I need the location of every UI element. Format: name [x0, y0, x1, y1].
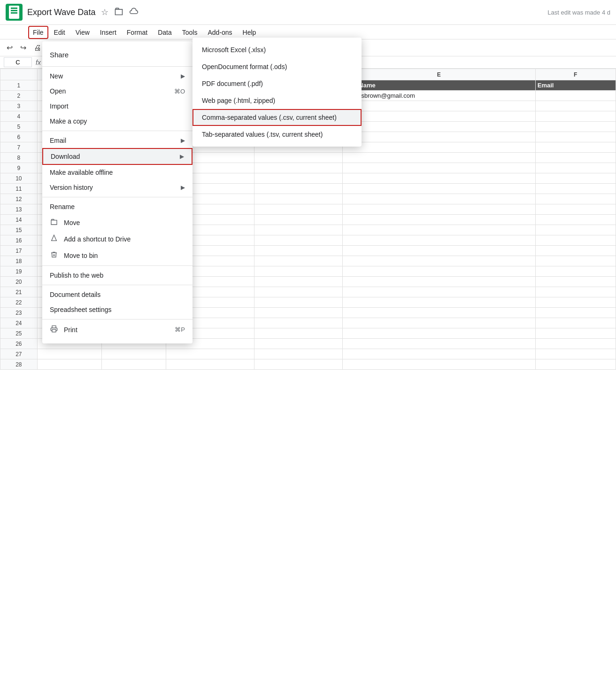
file-menu-sheet-settings[interactable]: Spreadsheet settings	[42, 302, 192, 317]
sheet-cell[interactable]	[535, 246, 616, 256]
sheet-cell[interactable]	[343, 349, 536, 359]
sheet-cell[interactable]	[535, 225, 616, 235]
file-menu-open[interactable]: Open ⌘O	[42, 84, 192, 99]
sheet-cell[interactable]	[535, 339, 616, 349]
sheet-cell[interactable]	[535, 328, 616, 339]
col-header-f[interactable]: F	[535, 69, 616, 80]
sheet-cell[interactable]	[343, 287, 536, 297]
sheet-cell[interactable]	[254, 246, 342, 256]
sheet-cell[interactable]	[343, 308, 536, 318]
sheet-cell[interactable]	[343, 142, 536, 153]
file-menu-new[interactable]: New ▶	[42, 69, 192, 84]
sheet-cell[interactable]	[254, 204, 342, 215]
sheet-cell[interactable]	[343, 359, 536, 370]
sheet-cell[interactable]	[254, 349, 342, 359]
sheet-cell[interactable]	[343, 235, 536, 246]
sheet-cell[interactable]	[343, 297, 536, 308]
sheet-cell[interactable]	[254, 266, 342, 277]
sheet-cell[interactable]	[343, 328, 536, 339]
sheet-cell[interactable]	[254, 297, 342, 308]
sheet-cell[interactable]	[254, 287, 342, 297]
sheet-cell[interactable]	[254, 339, 342, 349]
sheet-cell[interactable]	[535, 101, 616, 111]
sheet-cell[interactable]	[535, 111, 616, 122]
sheet-cell[interactable]	[254, 173, 342, 184]
cell-e2[interactable]: charlesbrown@gmail.com	[343, 91, 536, 101]
sheet-cell[interactable]	[343, 266, 536, 277]
sheet-cell[interactable]	[535, 359, 616, 370]
sheet-cell[interactable]	[535, 308, 616, 318]
sheet-cell[interactable]	[343, 225, 536, 235]
sheet-cell[interactable]	[343, 122, 536, 132]
sheet-cell[interactable]	[343, 204, 536, 215]
sheet-cell[interactable]	[343, 153, 536, 163]
sheet-cell[interactable]	[254, 328, 342, 339]
sheet-cell[interactable]	[535, 153, 616, 163]
file-menu-version-history[interactable]: Version history ▶	[42, 180, 192, 195]
sheet-cell[interactable]	[535, 297, 616, 308]
sheet-cell[interactable]	[343, 277, 536, 287]
sheet-cell[interactable]	[254, 256, 342, 266]
sheet-cell[interactable]	[343, 246, 536, 256]
sheet-cell[interactable]	[254, 308, 342, 318]
folder-icon[interactable]	[113, 6, 124, 19]
file-menu-doc-details[interactable]: Document details	[42, 287, 192, 302]
download-ods[interactable]: OpenDocument format (.ods)	[192, 58, 362, 75]
sheet-cell[interactable]	[254, 194, 342, 204]
sheet-cell[interactable]	[254, 153, 342, 163]
sheet-cell[interactable]	[535, 184, 616, 194]
menu-item-tools[interactable]: Tools	[177, 26, 202, 39]
undo-button[interactable]: ↩	[4, 41, 15, 54]
sheet-cell[interactable]	[343, 132, 536, 142]
cell-f1[interactable]: Email	[535, 80, 616, 91]
file-menu-rename[interactable]: Rename	[42, 199, 192, 214]
sheet-cell[interactable]	[37, 359, 101, 370]
cloud-icon[interactable]	[128, 6, 139, 19]
sheet-cell[interactable]	[535, 287, 616, 297]
sheet-cell[interactable]	[343, 256, 536, 266]
sheet-cell[interactable]	[254, 318, 342, 328]
sheet-cell[interactable]	[166, 349, 254, 359]
cell-reference-input[interactable]	[4, 57, 32, 67]
menu-item-format[interactable]: Format	[122, 26, 152, 39]
sheet-cell[interactable]	[37, 349, 101, 359]
file-menu-add-shortcut[interactable]: Add a shortcut to Drive	[42, 231, 192, 247]
download-csv[interactable]: Comma-separated values (.csv, current sh…	[192, 109, 362, 126]
sheet-cell[interactable]	[343, 111, 536, 122]
document-title[interactable]: Export Wave Data	[27, 8, 95, 17]
sheet-cell[interactable]	[343, 184, 536, 194]
menu-item-view[interactable]: View	[71, 26, 94, 39]
file-menu-publish[interactable]: Publish to the web	[42, 268, 192, 283]
menu-item-insert[interactable]: Insert	[95, 26, 121, 39]
download-xlsx[interactable]: Microsoft Excel (.xlsx)	[192, 41, 362, 58]
file-menu-move-bin[interactable]: Move to bin	[42, 247, 192, 264]
sheet-cell[interactable]	[535, 204, 616, 215]
download-pdf[interactable]: PDF document (.pdf)	[192, 75, 362, 92]
sheet-cell[interactable]	[535, 349, 616, 359]
sheet-cell[interactable]	[343, 163, 536, 173]
star-icon[interactable]: ☆	[100, 6, 109, 18]
cell-f2[interactable]	[535, 91, 616, 101]
sheet-cell[interactable]	[254, 215, 342, 225]
sheet-cell[interactable]	[254, 277, 342, 287]
sheet-cell[interactable]	[535, 256, 616, 266]
sheet-cell[interactable]	[535, 318, 616, 328]
file-menu-print[interactable]: Print ⌘P	[42, 321, 192, 338]
sheet-cell[interactable]	[535, 142, 616, 153]
file-menu-share[interactable]: Share	[42, 47, 192, 64]
sheet-cell[interactable]	[535, 215, 616, 225]
sheet-cell[interactable]	[343, 318, 536, 328]
sheet-cell[interactable]	[343, 339, 536, 349]
file-menu-email[interactable]: Email ▶	[42, 133, 192, 148]
file-menu-import[interactable]: Import	[42, 99, 192, 114]
file-menu-move[interactable]: Move	[42, 214, 192, 231]
file-menu-make-copy[interactable]: Make a copy	[42, 114, 192, 129]
menu-item-file[interactable]: File	[28, 26, 48, 39]
sheet-cell[interactable]	[343, 173, 536, 184]
sheet-cell[interactable]	[343, 194, 536, 204]
sheet-cell[interactable]	[254, 163, 342, 173]
sheet-cell[interactable]	[535, 266, 616, 277]
menu-item-addons[interactable]: Add-ons	[203, 26, 237, 39]
sheet-cell[interactable]	[535, 132, 616, 142]
sheet-cell[interactable]	[166, 359, 254, 370]
